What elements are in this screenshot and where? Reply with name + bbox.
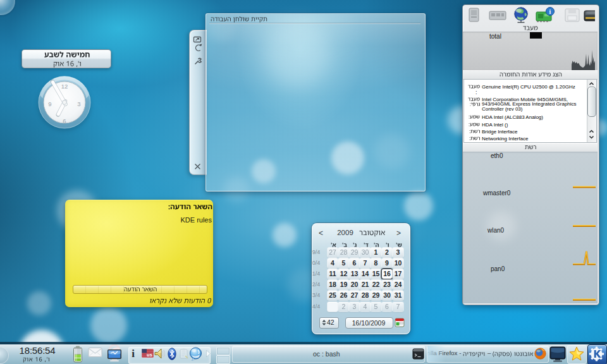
svg-text:3: 3 <box>77 100 80 107</box>
svg-text:12: 12 <box>61 83 68 90</box>
svg-text:i: i <box>549 8 551 15</box>
svg-text:6: 6 <box>63 118 66 124</box>
svg-text:us: us <box>147 352 152 358</box>
svg-text:9: 9 <box>48 100 51 107</box>
